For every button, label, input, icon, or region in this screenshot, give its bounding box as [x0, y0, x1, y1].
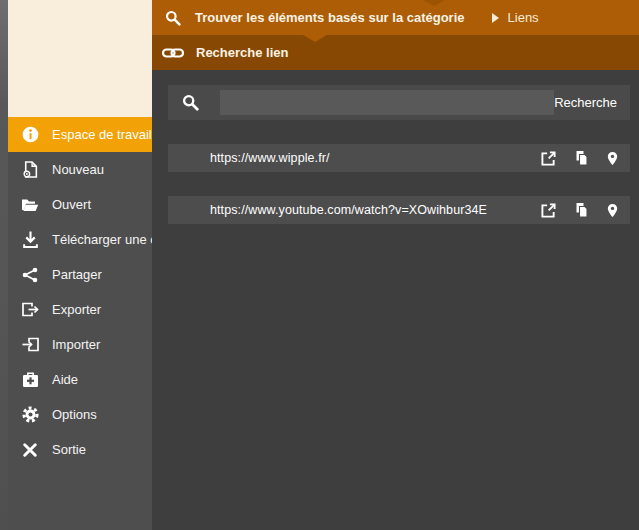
sidebar-item-label: Options: [52, 407, 97, 422]
link-icon: [162, 47, 184, 59]
info-icon: [21, 126, 39, 144]
link-url[interactable]: https://www.wipple.fr/: [210, 151, 330, 165]
sidebar-cream-panel: [8, 0, 152, 117]
open-folder-icon: [21, 196, 39, 214]
open-external-icon[interactable]: [540, 202, 556, 218]
sidebar-item-exporter[interactable]: Exporter: [8, 292, 152, 327]
breadcrumb-label: Liens: [508, 10, 539, 25]
sidebar-item-espace-de-travail[interactable]: Espace de travail: [8, 117, 152, 152]
close-icon: [21, 441, 39, 459]
content-area: Recherche https://www.wipple.fr/ https:/…: [152, 70, 639, 530]
sidebar: Espace de travail Nouveau Ouvert Télécha…: [8, 0, 152, 530]
sidebar-item-label: Importer: [52, 337, 100, 352]
share-icon: [21, 266, 39, 284]
sidebar-item-label: Télécharger une copie: [52, 232, 152, 247]
map-pin-icon[interactable]: [604, 202, 620, 218]
category-header-bar: Trouver les éléments basés sur la catégo…: [152, 0, 639, 35]
sidebar-item-importer[interactable]: Importer: [8, 327, 152, 362]
sidebar-item-label: Espace de travail: [52, 127, 152, 142]
link-row: https://www.wipple.fr/: [168, 144, 630, 172]
chevron-right-icon: [492, 13, 499, 23]
sidebar-item-sortie[interactable]: Sortie: [8, 432, 152, 467]
copy-icon[interactable]: [572, 202, 588, 218]
sidebar-menu: Espace de travail Nouveau Ouvert Télécha…: [8, 117, 152, 467]
map-pin-icon[interactable]: [604, 150, 620, 166]
link-row-actions: [540, 202, 620, 218]
download-icon: [21, 231, 39, 249]
subheader-title: Recherche lien: [196, 45, 289, 60]
search-panel: Recherche: [168, 85, 630, 120]
link-row: https://www.youtube.com/watch?v=XOwihbur…: [168, 196, 630, 224]
search-icon: [165, 10, 181, 26]
sidebar-item-options[interactable]: Options: [8, 397, 152, 432]
search-icon: [182, 94, 199, 111]
link-search-header-bar: Recherche lien: [152, 35, 639, 70]
left-edge-strip: [0, 0, 8, 530]
copy-icon[interactable]: [572, 150, 588, 166]
sidebar-item-ouvert[interactable]: Ouvert: [8, 187, 152, 222]
open-external-icon[interactable]: [540, 150, 556, 166]
caret-down-orange: [303, 35, 327, 42]
sidebar-item-label: Exporter: [52, 302, 101, 317]
sidebar-item-label: Ouvert: [52, 197, 91, 212]
sidebar-item-label: Sortie: [52, 442, 86, 457]
sidebar-item-label: Nouveau: [52, 162, 104, 177]
sidebar-item-label: Partager: [52, 267, 102, 282]
sidebar-item-nouveau[interactable]: Nouveau: [8, 152, 152, 187]
sidebar-item-aide[interactable]: Aide: [8, 362, 152, 397]
export-icon: [21, 301, 39, 319]
page-title: Trouver les éléments basés sur la catégo…: [195, 10, 465, 25]
sidebar-item-partager[interactable]: Partager: [8, 257, 152, 292]
import-icon: [21, 336, 39, 354]
first-aid-icon: [21, 371, 39, 389]
new-document-icon: [21, 161, 39, 179]
search-input[interactable]: [220, 90, 554, 115]
sidebar-item-telecharger-une-copie[interactable]: Télécharger une copie: [8, 222, 152, 257]
caret-up-indicator: [423, 0, 445, 6]
app-window: Espace de travail Nouveau Ouvert Télécha…: [0, 0, 639, 530]
breadcrumb[interactable]: Liens: [492, 10, 539, 25]
link-url[interactable]: https://www.youtube.com/watch?v=XOwihbur…: [210, 203, 487, 217]
search-button[interactable]: Recherche: [554, 95, 617, 110]
link-row-actions: [540, 150, 620, 166]
sidebar-item-label: Aide: [52, 372, 78, 387]
gear-icon: [21, 406, 39, 424]
